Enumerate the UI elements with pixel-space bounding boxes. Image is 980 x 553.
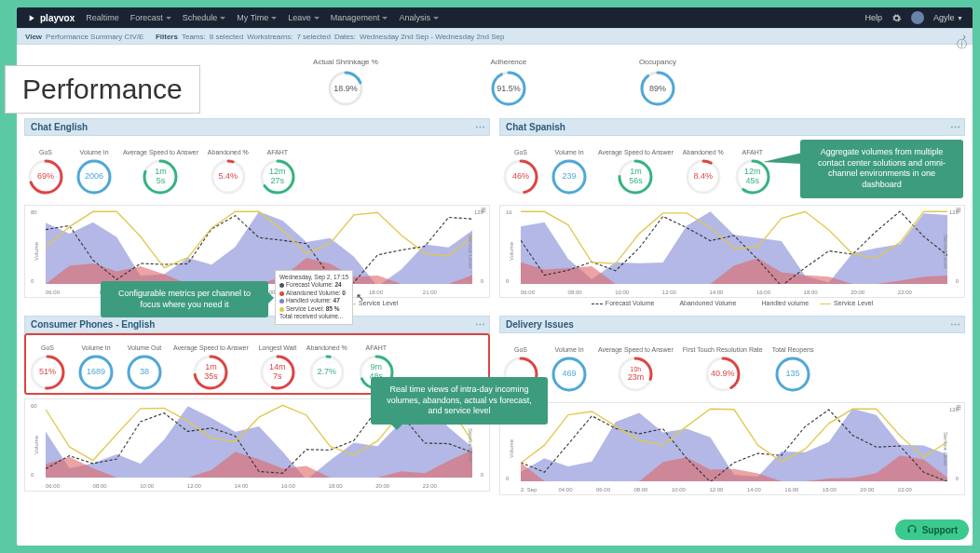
gear-icon[interactable] xyxy=(892,13,902,23)
panel-header[interactable]: Chat English⋯ xyxy=(24,118,490,136)
panel-header[interactable]: Delivery Issues⋯ xyxy=(499,316,965,333)
nav-leave[interactable]: Leave xyxy=(288,13,320,22)
metric-averagespeedtoanswer: Average Speed to Answer1m35s xyxy=(173,337,249,391)
metric-abandoned: Abandoned %5.4% xyxy=(208,142,249,196)
panel-header[interactable]: Consumer Phones - English⋯ xyxy=(24,316,490,333)
top-navbar: playvox RealtimeForecastScheduleMy TimeL… xyxy=(17,7,973,28)
metric-averagespeedtoanswer: Average Speed to Answer1m56s xyxy=(598,142,674,196)
metric-gos: GoS46% xyxy=(501,142,540,196)
kpi-actualshrinkage: Actual Shrinkage %18.9% xyxy=(313,58,378,107)
nav-schedule[interactable]: Schedule xyxy=(183,13,226,22)
metric-afaht: AFAHT12m27s xyxy=(258,142,297,196)
info-icon[interactable]: ⓘ xyxy=(957,37,967,51)
metric-abandoned: Abandoned %8.4% xyxy=(683,142,724,196)
metric-abandoned: Abandoned %2.7% xyxy=(306,337,347,391)
chart[interactable]: ≡VolumeService Level160120006:0008:0010:… xyxy=(499,205,965,298)
avatar[interactable] xyxy=(911,11,924,24)
metric-volumein: Volume In2006 xyxy=(75,142,114,196)
panel-chat-english: Chat English⋯GoS69%Volume In2006Average … xyxy=(24,118,490,306)
panel-header[interactable]: Chat Spanish⋯ xyxy=(499,118,965,136)
kpi-adherence: Adherence91.5% xyxy=(490,58,527,107)
metric-afaht: AFAHT12m45s xyxy=(733,142,772,196)
user-menu[interactable]: Agyle ▼ xyxy=(933,13,963,22)
nav-my-time[interactable]: My Time xyxy=(237,13,277,22)
metric-volumein: Volume In239 xyxy=(550,142,589,196)
metric-gos: GoS69% xyxy=(26,142,65,196)
chart-legend: Forecast VolumeAbandoned VolumeHandled v… xyxy=(499,300,965,306)
nav-analysis[interactable]: Analysis xyxy=(399,13,439,22)
support-button[interactable]: Support xyxy=(895,519,969,540)
nav-realtime[interactable]: Realtime xyxy=(86,13,119,22)
page-title: Performance xyxy=(5,65,200,114)
panel-delivery-issues: Delivery Issues⋯GoSVolume In469Average S… xyxy=(499,316,965,495)
panel-options-icon[interactable]: ⋯ xyxy=(950,122,960,134)
metric-averagespeedtoanswer: Average Speed to Answer10h23m xyxy=(598,339,674,393)
metric-volumeout: Volume Out38 xyxy=(125,337,164,391)
callout-c: Aggregate volumes from multiple contact … xyxy=(800,140,963,198)
panel-options-icon[interactable]: ⋯ xyxy=(475,319,485,331)
filter-bar[interactable]: ViewPerformance Summary CIV/E Filters Te… xyxy=(17,28,973,45)
nav-forecast[interactable]: Forecast xyxy=(130,13,171,22)
metric-averagespeedtoanswer: Average Speed to Answer1m5s xyxy=(123,142,198,196)
metric-longestwait: Longest Wait14m7s xyxy=(258,337,297,391)
callout-a: Configurable metrics per channel to focu… xyxy=(101,281,268,317)
panel-options-icon[interactable]: ⋯ xyxy=(475,122,485,134)
brand-logo[interactable]: playvox xyxy=(26,13,75,23)
metric-volumein: Volume In469 xyxy=(550,339,589,393)
metric-totalreopens: Total Reopens135 xyxy=(772,339,814,393)
kpi-occupancy: Occupancy89% xyxy=(639,58,676,107)
nav-management[interactable]: Management xyxy=(331,13,388,22)
metric-volumein: Volume In1689 xyxy=(76,337,116,391)
nav-help[interactable]: Help xyxy=(865,13,883,22)
metric-firsttouchresolutionrate: First Touch Resolution Rate40.9% xyxy=(683,339,763,393)
panel-options-icon[interactable]: ⋯ xyxy=(950,319,960,331)
metric-gos: GoS51% xyxy=(28,337,67,391)
callout-b: Real time views of intra-day incoming vo… xyxy=(371,377,548,425)
cursor-icon: ↖ xyxy=(356,291,364,303)
chart-tooltip: Wednesday, Sep 2, 17:15 Forecast Volume:… xyxy=(275,270,353,325)
chart[interactable]: ≡VolumeService Level20012002. Sep04:0006… xyxy=(499,402,965,495)
